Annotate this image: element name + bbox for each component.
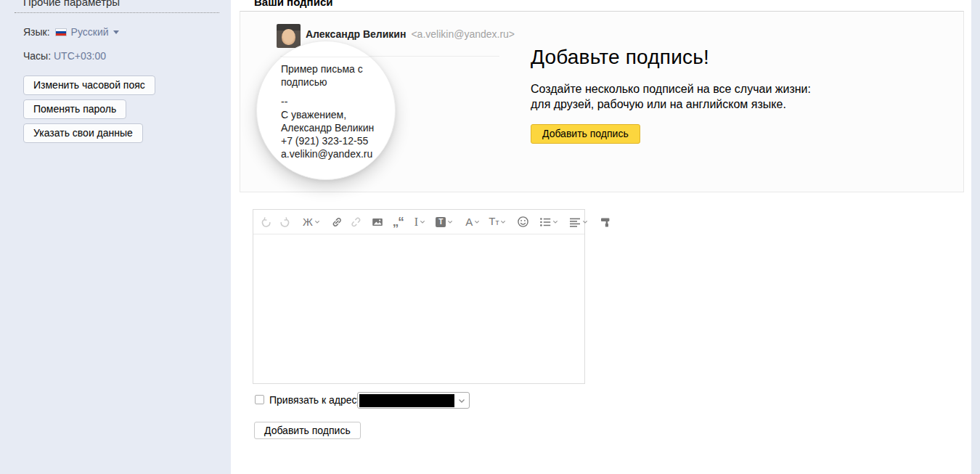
- add-signature-promo-button[interactable]: Добавить подпись: [531, 124, 640, 144]
- add-signature-button[interactable]: Добавить подпись: [254, 422, 361, 439]
- link-icon[interactable]: [331, 216, 343, 228]
- bind-address-checkbox[interactable]: [255, 395, 264, 404]
- font-color-button[interactable]: A: [465, 216, 480, 227]
- page-title: Ваши подписи: [254, 0, 332, 8]
- bold-glyph: Ж: [303, 216, 313, 227]
- font-size-glyph: Tт: [489, 216, 499, 228]
- change-timezone-button[interactable]: Изменить часовой пояс: [23, 75, 155, 95]
- settings-sidebar: Прочие параметры Язык:Русский Часы: UTC+…: [0, 0, 231, 474]
- personal-data-button[interactable]: Указать свои данные: [23, 123, 143, 143]
- language-label: Язык:: [23, 26, 50, 38]
- signature-text-area[interactable]: [253, 234, 584, 383]
- language-select-link[interactable]: Русский: [71, 26, 109, 38]
- bind-address-select[interactable]: [357, 392, 470, 409]
- bullet-list-button[interactable]: [539, 216, 558, 228]
- bind-address-label: Привязать к адресу: [269, 394, 362, 406]
- preview-body-line: Пример письма с подписью: [281, 62, 395, 89]
- signature-line: +7 (921) 323-12-55: [281, 134, 395, 147]
- signature-preview: Пример письма с подписью -- С уважением,…: [281, 62, 395, 160]
- language-row: Язык:Русский: [23, 26, 119, 38]
- chevron-down-icon: [500, 220, 506, 224]
- chevron-down-icon: [447, 220, 453, 224]
- promo-heading: Добавьте подпись!: [531, 46, 811, 69]
- promo-block: Добавьте подпись! Создайте несколько под…: [531, 46, 811, 144]
- promo-text: Создайте несколько подписей на все случа…: [531, 81, 811, 112]
- russian-flag-icon: [55, 28, 67, 36]
- promo-text-line1: Создайте несколько подписей на все случа…: [531, 81, 811, 97]
- timezone-value-link[interactable]: UTC+03:00: [54, 50, 106, 62]
- chevron-down-icon: [420, 220, 425, 224]
- chevron-down-icon: [458, 399, 465, 404]
- signature-editor: Ж „“ I T A Tт: [253, 209, 585, 384]
- signature-line: a.velikin@yandex.ru: [281, 147, 395, 160]
- clock-row: Часы: UTC+03:00: [23, 50, 106, 62]
- signature-line: Александр Великин: [281, 121, 395, 134]
- magnifier-circle: Пример письма с подписью -- С уважением,…: [256, 41, 396, 180]
- font-color-glyph: A: [465, 216, 473, 227]
- signature-line: С уважением,: [281, 108, 395, 121]
- insert-image-icon[interactable]: [372, 216, 383, 228]
- highlight-glyph: T: [436, 217, 446, 227]
- text-style-button[interactable]: I: [415, 216, 425, 227]
- chevron-down-icon[interactable]: [113, 30, 119, 34]
- quote-glyph: „“: [393, 218, 404, 226]
- change-password-button[interactable]: Поменять пароль: [23, 99, 126, 119]
- editor-toolbar: Ж „“ I T A Tт: [253, 210, 584, 234]
- sidebar-divider: [15, 12, 219, 13]
- remove-formatting-icon[interactable]: [600, 216, 611, 228]
- sender-name: Александр Великин<a.velikin@yandex.ru>: [306, 28, 515, 40]
- chevron-down-icon: [474, 220, 480, 224]
- scrollbar-track[interactable]: [971, 0, 980, 474]
- chevron-down-icon: [314, 220, 320, 224]
- font-size-button[interactable]: Tт: [489, 216, 506, 228]
- text-style-glyph: I: [415, 216, 418, 227]
- promo-text-line2: для друзей, рабочую или на английском яз…: [531, 97, 811, 112]
- unlink-icon: [350, 216, 362, 228]
- highlight-color-button[interactable]: T: [436, 217, 453, 227]
- redacted-address-value: [359, 394, 454, 407]
- magnified-divider: [277, 57, 395, 57]
- signature-promo-card: Александр Великин<a.velikin@yandex.ru> П…: [240, 11, 964, 192]
- avatar: [277, 24, 301, 48]
- chevron-down-icon: [552, 220, 558, 224]
- blockquote-icon[interactable]: „“: [393, 218, 404, 226]
- clock-label: Часы:: [23, 50, 51, 62]
- sender-name-text: Александр Великин: [306, 28, 406, 40]
- undo-icon: [261, 216, 272, 228]
- signature-line: --: [281, 95, 395, 108]
- redo-icon: [279, 216, 290, 228]
- sender-email: <a.velikin@yandex.ru>: [411, 28, 515, 40]
- chevron-down-icon: [582, 220, 588, 224]
- sidebar-section-title: Прочие параметры: [23, 0, 120, 8]
- emoji-icon[interactable]: [517, 216, 529, 228]
- align-button[interactable]: [569, 216, 588, 228]
- bold-button[interactable]: Ж: [303, 216, 320, 227]
